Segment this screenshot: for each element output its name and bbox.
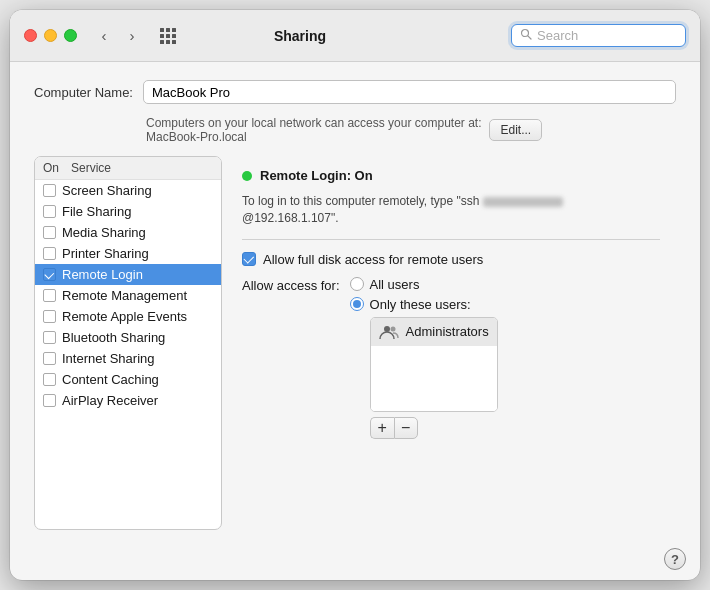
access-for-label: Allow access for: [242, 277, 340, 293]
remove-user-button[interactable]: − [394, 417, 418, 439]
service-name: Remote Management [62, 288, 187, 303]
full-disk-row[interactable]: Allow full disk access for remote users [242, 252, 660, 267]
service-item[interactable]: Internet Sharing [35, 348, 221, 369]
edit-button[interactable]: Edit... [489, 119, 542, 141]
services-list: Screen SharingFile SharingMedia SharingP… [35, 180, 221, 529]
radio-all-users-label: All users [370, 277, 420, 292]
radio-all-users-btn[interactable] [350, 277, 364, 291]
service-name: Content Caching [62, 372, 159, 387]
service-name: Remote Login [62, 267, 143, 282]
user-group-icon [379, 322, 399, 342]
status-dot [242, 171, 252, 181]
table-row[interactable]: Administrators [371, 318, 497, 346]
service-name: Bluetooth Sharing [62, 330, 165, 345]
service-name: AirPlay Receiver [62, 393, 158, 408]
svg-line-1 [528, 36, 531, 39]
radio-only-these-label: Only these users: [370, 297, 471, 312]
service-item[interactable]: File Sharing [35, 201, 221, 222]
service-item[interactable]: Screen Sharing [35, 180, 221, 201]
service-checkbox[interactable] [43, 268, 56, 281]
services-panel: On Service Screen SharingFile SharingMed… [34, 156, 222, 530]
computer-name-row: Computer Name: [34, 80, 676, 104]
services-col-on: On [43, 161, 71, 175]
radio-options: All users Only these users: [350, 277, 498, 439]
svg-point-3 [390, 326, 395, 331]
service-checkbox[interactable] [43, 226, 56, 239]
services-header: On Service [35, 157, 221, 180]
search-box[interactable] [511, 24, 686, 47]
titlebar: ‹ › Sharing [10, 10, 700, 62]
window-title: Sharing [89, 28, 511, 44]
service-item[interactable]: Remote Management [35, 285, 221, 306]
service-item[interactable]: Remote Login [35, 264, 221, 285]
local-network-row: Computers on your local network can acce… [146, 116, 676, 144]
users-list-body [371, 346, 497, 411]
service-item[interactable]: Bluetooth Sharing [35, 327, 221, 348]
bottom-bar: ? [10, 542, 700, 580]
service-name: Screen Sharing [62, 183, 152, 198]
radio-only-these-btn[interactable] [350, 297, 364, 311]
service-name: Internet Sharing [62, 351, 155, 366]
access-row: Allow access for: All users Only these u… [242, 277, 660, 439]
services-col-service: Service [71, 161, 111, 175]
svg-point-2 [384, 326, 390, 332]
service-checkbox[interactable] [43, 352, 56, 365]
users-list-container: Administrators [370, 317, 498, 412]
service-item[interactable]: Remote Apple Events [35, 306, 221, 327]
service-name: File Sharing [62, 204, 131, 219]
window: ‹ › Sharing Computer Name: [10, 10, 700, 580]
service-checkbox[interactable] [43, 394, 56, 407]
full-disk-label: Allow full disk access for remote users [263, 252, 483, 267]
service-name: Printer Sharing [62, 246, 149, 261]
add-user-button[interactable]: + [370, 417, 394, 439]
service-item[interactable]: Printer Sharing [35, 243, 221, 264]
service-checkbox[interactable] [43, 310, 56, 323]
service-checkbox[interactable] [43, 247, 56, 260]
service-item[interactable]: Content Caching [35, 369, 221, 390]
radio-all-users[interactable]: All users [350, 277, 498, 292]
status-row: Remote Login: On [242, 168, 660, 183]
service-checkbox[interactable] [43, 331, 56, 344]
maximize-button[interactable] [64, 29, 77, 42]
service-item[interactable]: Media Sharing [35, 222, 221, 243]
traffic-lights [24, 29, 77, 42]
close-button[interactable] [24, 29, 37, 42]
separator [242, 239, 660, 240]
minimize-button[interactable] [44, 29, 57, 42]
main-area: On Service Screen SharingFile SharingMed… [34, 156, 676, 530]
computer-name-label: Computer Name: [34, 85, 133, 100]
detail-panel: Remote Login: On To log in to this compu… [222, 156, 676, 530]
status-label: Remote Login: On [260, 168, 373, 183]
service-checkbox[interactable] [43, 373, 56, 386]
service-checkbox[interactable] [43, 184, 56, 197]
content: Computer Name: Computers on your local n… [10, 62, 700, 542]
search-input[interactable] [537, 28, 677, 43]
service-name: Media Sharing [62, 225, 146, 240]
help-button[interactable]: ? [664, 548, 686, 570]
service-checkbox[interactable] [43, 205, 56, 218]
full-disk-checkbox[interactable] [242, 252, 256, 266]
service-checkbox[interactable] [43, 289, 56, 302]
ssh-text: To log in to this computer remotely, typ… [242, 193, 660, 227]
service-name: Remote Apple Events [62, 309, 187, 324]
search-icon [520, 28, 532, 43]
list-controls: + − [370, 417, 498, 439]
user-name: Administrators [406, 324, 489, 339]
radio-only-these[interactable]: Only these users: [350, 297, 498, 312]
local-network-text: Computers on your local network can acce… [146, 116, 481, 144]
ssh-hostname-blur [483, 197, 563, 207]
service-item[interactable]: AirPlay Receiver [35, 390, 221, 411]
computer-name-input[interactable] [143, 80, 676, 104]
